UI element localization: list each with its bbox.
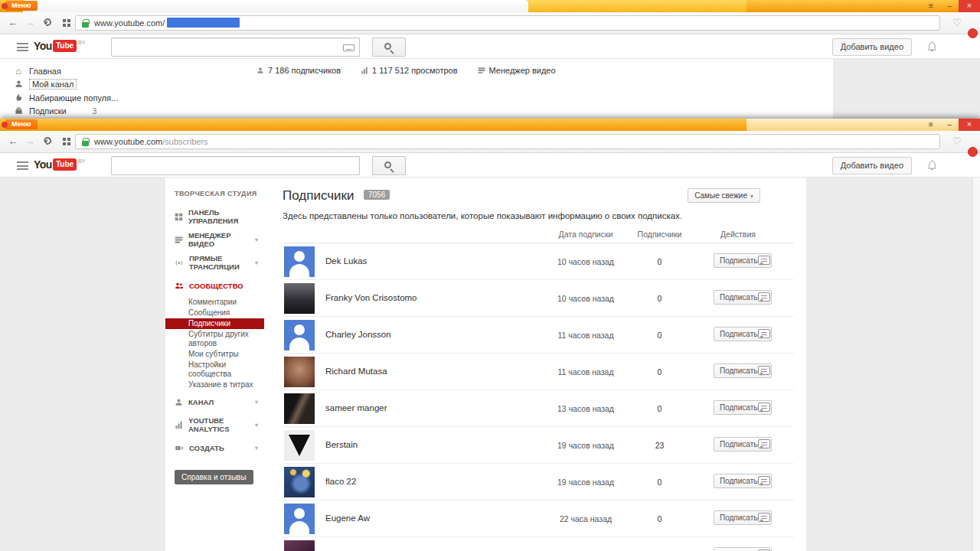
avatar[interactable] [284, 393, 315, 424]
keyboard-icon[interactable] [343, 44, 354, 51]
subscriber-name[interactable]: flaco 22 [325, 477, 356, 486]
search-input[interactable] [112, 157, 359, 174]
hamburger-menu-icon[interactable] [17, 43, 28, 51]
creator-studio-sidebar: ТВОРЧЕСКАЯ СТУДИЯ ПАНЕЛЬ УПРАВЛЕНИЯ МЕНЕ… [165, 178, 264, 551]
message-icon[interactable] [758, 329, 770, 338]
community-item-credits[interactable]: Указание в титрах [165, 380, 264, 390]
add-video-button[interactable]: Добавить видео [832, 157, 912, 174]
tabs-list-icon[interactable]: ≡ [922, 0, 940, 12]
subscriber-name[interactable]: sameer manger [325, 403, 387, 412]
community-item-contributed-subtitles[interactable]: Субтитры других авторов [165, 329, 264, 349]
refresh-button[interactable] [41, 16, 55, 30]
address-bar[interactable]: www.youtube.com/ [75, 15, 940, 31]
youtube-logo[interactable]: You Tube BY [34, 40, 85, 52]
search-button[interactable] [372, 37, 406, 57]
message-icon[interactable] [758, 439, 770, 448]
subscriber-name[interactable]: Eugene Aw [325, 514, 370, 523]
browser-alert-button[interactable] [968, 147, 978, 157]
tableau-button[interactable] [60, 16, 74, 30]
back-button[interactable]: ← [6, 135, 20, 148]
refresh-icon [42, 17, 52, 27]
studio-item-community[interactable]: СООБЩЕСТВО [165, 274, 264, 297]
studio-item-live[interactable]: ПРЯМЫЕ ТРАНСЛЯЦИИ ▾ [165, 251, 264, 274]
scrollbar[interactable] [972, 178, 980, 551]
search-input[interactable] [112, 38, 359, 56]
browser-alert-button[interactable] [968, 28, 978, 38]
message-icon[interactable] [758, 403, 770, 412]
forward-button[interactable]: → [23, 16, 37, 30]
add-video-button[interactable]: Добавить видео [832, 38, 912, 56]
subscription-date: 13 часов назад [547, 404, 624, 413]
subscriber-name[interactable]: Richard Mutasa [325, 367, 387, 376]
lock-icon[interactable] [82, 22, 89, 28]
bookmark-heart-button[interactable]: ♡ [952, 135, 962, 147]
dashboard-icon [175, 213, 183, 221]
tableau-button[interactable] [60, 135, 74, 148]
message-icon[interactable] [758, 366, 770, 375]
bookmark-heart-button[interactable]: ♡ [952, 17, 962, 28]
browser-tab-highlight[interactable] [528, 0, 746, 12]
sidebar-item-home[interactable]: ⌂ Главная [14, 65, 61, 77]
notifications-bell-button[interactable] [926, 159, 939, 172]
tabs-list-icon[interactable]: ≡ [922, 119, 940, 131]
address-bar[interactable]: www.youtube.com/subscribers [75, 134, 940, 149]
avatar[interactable] [284, 504, 315, 534]
studio-item-video-manager[interactable]: МЕНЕДЖЕР ВИДЕО ▾ [165, 228, 264, 251]
search-button[interactable] [372, 156, 406, 175]
hamburger-menu-icon[interactable] [17, 161, 28, 170]
stat-video-manager[interactable]: Менеджер видео [478, 66, 556, 75]
subscribers-table: Дата подписки Подписчики Действия Dek Lu… [283, 230, 794, 551]
studio-item-analytics[interactable]: YOUTUBE ANALYTICS ▾ [165, 413, 264, 436]
subscriber-name[interactable]: Charley Jonsson [325, 330, 391, 339]
browser-menu-button[interactable]: Меню [5, 119, 38, 129]
avatar[interactable] [284, 357, 315, 387]
message-icon[interactable] [758, 256, 770, 265]
message-icon[interactable] [758, 513, 770, 522]
column-actions: Действия [704, 230, 773, 239]
minimize-icon[interactable]: – [940, 0, 959, 12]
avatar[interactable] [284, 467, 315, 497]
subscriber-name[interactable]: Berstain [325, 440, 358, 449]
refresh-button[interactable] [41, 135, 55, 148]
message-icon[interactable] [758, 292, 770, 302]
community-item-subscribers[interactable]: Подписчики [165, 318, 264, 329]
avatar[interactable] [284, 430, 315, 461]
youtube-logo[interactable]: You Tube BY [34, 158, 85, 171]
sidebar-item-my-channel[interactable]: Мой канал [14, 78, 77, 90]
avatar[interactable] [284, 246, 315, 277]
forward-button[interactable]: → [23, 135, 37, 148]
sort-dropdown[interactable]: Самые свежие▾ [688, 188, 760, 203]
sidebar-item-trending[interactable]: Набирающие популя... [14, 92, 118, 104]
browser-menu-button[interactable]: Меню [5, 1, 38, 11]
avatar[interactable] [284, 320, 315, 350]
avatar[interactable] [284, 540, 315, 551]
notifications-bell-button[interactable] [926, 41, 939, 54]
help-feedback-button[interactable]: Справка и отзывы [175, 470, 253, 484]
community-item-my-subtitles[interactable]: Мои субтитры [165, 349, 264, 360]
stat-label: 7 186 подписчиков [268, 66, 341, 75]
back-button[interactable]: ← [6, 16, 20, 30]
browser-tab-active[interactable] [23, 0, 528, 12]
sidebar-item-subscriptions[interactable]: Подписки 3 [14, 105, 96, 117]
subscriber-count: 0 [631, 294, 688, 303]
subscriber-name[interactable]: Franky Von Crisostomo [325, 293, 417, 302]
message-icon[interactable] [758, 476, 770, 485]
community-item-comments[interactable]: Комментарии [165, 297, 264, 308]
studio-item-channel[interactable]: КАНАЛ ▾ [165, 390, 264, 413]
studio-item-dashboard[interactable]: ПАНЕЛЬ УПРАВЛЕНИЯ [165, 205, 264, 228]
stat-views[interactable]: 1 117 512 просмотров [361, 66, 457, 75]
stat-subscribers[interactable]: 7 186 подписчиков [256, 66, 341, 75]
close-icon[interactable]: × [959, 0, 980, 12]
subscriber-count: 0 [631, 478, 688, 487]
studio-item-create[interactable]: СОЗДАТЬ ▾ [165, 436, 264, 459]
browser-window-1: Меню ≡ – × ← → www.youtube.com/ ♡ You Tu [0, 0, 980, 119]
close-icon[interactable]: × [959, 119, 980, 131]
subscriber-name[interactable]: Dek Lukas [325, 256, 367, 266]
studio-item-label: YOUTUBE ANALYTICS [188, 416, 256, 433]
community-item-messages[interactable]: Сообщения [165, 308, 264, 318]
lock-icon[interactable] [82, 141, 89, 146]
minimize-icon[interactable]: – [940, 119, 959, 131]
avatar[interactable] [284, 283, 315, 314]
community-item-community-settings[interactable]: Настройки сообщества [165, 360, 264, 380]
subscription-date: 10 часов назад [547, 257, 624, 266]
